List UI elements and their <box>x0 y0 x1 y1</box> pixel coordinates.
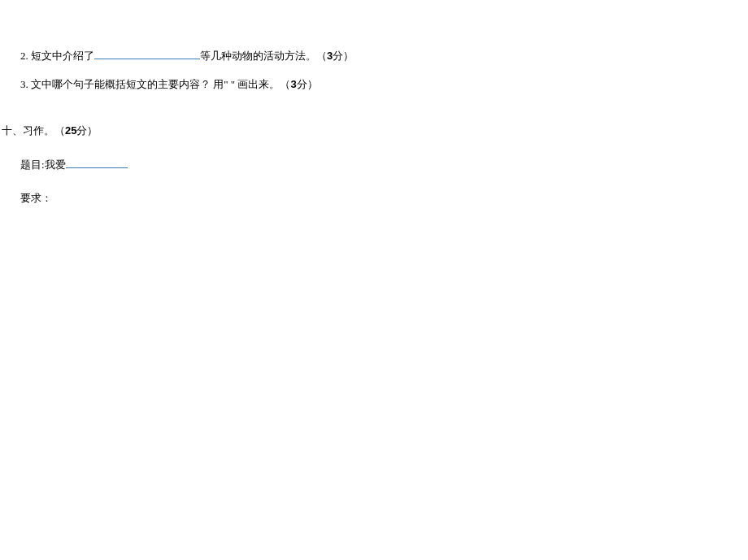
q2-end: 分） <box>333 50 354 62</box>
q3-text: 3. 文中哪个句子能概括短文的主要内容？ 用" " 画出来。（ <box>20 78 290 90</box>
essay-title-line: 题目:我爱 <box>20 158 748 172</box>
q3-end: 分） <box>297 78 318 90</box>
essay-title-prefix: 题目:我爱 <box>20 158 66 171</box>
q2-prefix: 2. 短文中介绍了 <box>20 50 94 62</box>
section-ten-header: 十、习作。（25分） <box>2 124 748 138</box>
section-ten-label: 十、习作。（ <box>2 124 65 137</box>
requirement-label: 要求： <box>20 192 52 204</box>
q3-points: 3 <box>290 78 296 90</box>
q2-suffix: 等几种动物的活动方法。（ <box>200 50 327 62</box>
section-ten-points: 25 <box>65 124 76 137</box>
section-ten-end: 分） <box>76 124 98 137</box>
question-3: 3. 文中哪个句子能概括短文的主要内容？ 用" " 画出来。（3分） <box>20 77 748 92</box>
essay-title-blank[interactable] <box>66 158 128 168</box>
question-2: 2. 短文中介绍了等几种动物的活动方法。（3分） <box>20 49 748 63</box>
q2-blank[interactable] <box>94 49 200 59</box>
requirement-line: 要求： <box>20 191 748 206</box>
